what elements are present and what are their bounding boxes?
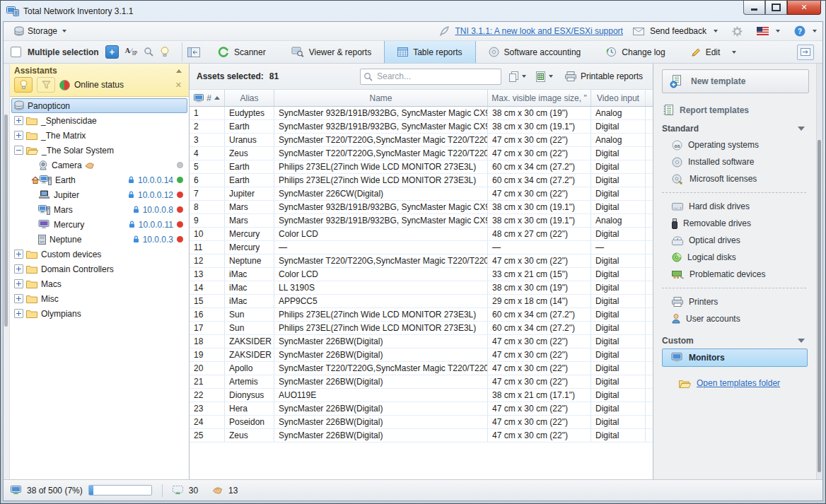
search-input[interactable] (376, 71, 498, 82)
tree-item-olympians[interactable]: Olympians (10, 306, 189, 321)
news-link[interactable]: TNI 3.1.1: A new look and ESX/ESXi suppo… (455, 26, 622, 36)
tree-scrollbar-thumb[interactable] (4, 115, 8, 327)
table-row[interactable]: 17SunPhilips 273EL(27inch Wide LCD MONIT… (190, 322, 653, 335)
table-row[interactable]: 21ArtemisSyncMaster 226BW(Digital)47 cm … (190, 375, 653, 389)
excel-export-button[interactable] (534, 70, 555, 83)
minimize-button[interactable] (743, 1, 765, 15)
tab-scanner[interactable]: Scanner (205, 41, 279, 63)
tree-item-neptune[interactable]: Neptune10.0.0.3 (10, 232, 189, 247)
section-standard[interactable]: Standard (662, 124, 809, 134)
search-tool-icon[interactable] (144, 47, 154, 57)
gear-icon[interactable] (732, 26, 743, 37)
table-row[interactable]: 18ZAKSIDERSyncMaster 226BW(Digital)47 cm… (190, 335, 653, 348)
column-header-max-size[interactable]: Max. visible image size, " (488, 90, 591, 106)
tree-item-domain-controllers[interactable]: Domain Controllers (10, 262, 189, 276)
expand-plus-icon[interactable] (14, 250, 23, 259)
section-custom[interactable]: Custom (662, 336, 809, 346)
language-flag-icon[interactable] (757, 27, 769, 35)
expand-panel-button[interactable] (797, 45, 814, 60)
table-row[interactable]: 22DionysusAUO119E38 cm x 21 cm (17.1")Di… (190, 389, 653, 402)
chevron-down-icon[interactable] (732, 51, 736, 54)
tab-viewer-reports[interactable]: Viewer & reports (279, 41, 384, 63)
template-item-printers[interactable]: Printers (662, 293, 809, 310)
help-icon[interactable]: ? (794, 25, 805, 37)
table-row[interactable]: 10MercuryColor LCD48 cm x 27 cm (22")Dig… (190, 228, 653, 241)
table-row[interactable]: 1EudyptesSyncMaster 932B/191B/932BG, Syn… (190, 107, 653, 120)
expand-plus-icon[interactable] (14, 264, 23, 274)
tree-item-mars[interactable]: Mars10.0.0.8 (10, 202, 189, 217)
tree-item-misc[interactable]: Misc (10, 291, 189, 306)
close-button[interactable]: ✕ (787, 1, 821, 15)
table-row[interactable]: 25ZeusSyncMaster 226BW(Digital)47 cm x 3… (190, 429, 653, 443)
table-row[interactable]: 19ZAKSIDERSyncMaster 226BW(Digital)47 cm… (190, 348, 653, 362)
template-item-operating-systems[interactable]: osOperating systems (662, 136, 809, 153)
column-header-name[interactable]: Name (274, 90, 488, 106)
table-row[interactable]: 6EarthPhilips 273EL(27inch Wide LCD MONI… (190, 174, 653, 187)
tree-item--the-matrix[interactable]: _The Matrix (10, 128, 189, 143)
template-item-hard-disk-drives[interactable]: Hard disk drives (662, 198, 809, 215)
table-row[interactable]: 9MarsSyncMaster 932B/191B/932BG, SyncMas… (190, 214, 653, 228)
table-row[interactable]: 24PoseidonSyncMaster 226BW(Digital)47 cm… (190, 416, 653, 429)
template-item-logical-disks[interactable]: Logical disks (662, 249, 809, 266)
template-item-optical-drives[interactable]: Optical drives (662, 232, 809, 249)
column-header-number[interactable]: # (190, 90, 225, 106)
printable-reports-button[interactable]: Printable reports (565, 71, 646, 81)
copy-export-button[interactable] (507, 70, 528, 83)
table-row[interactable]: 3UranusSyncMaster T220/T220G,SyncMaster … (190, 134, 653, 147)
table-row[interactable]: 2EarthSyncMaster 932B/191B/932BG, SyncMa… (190, 120, 653, 134)
template-item-user-accounts[interactable]: User accounts (662, 310, 809, 327)
table-row[interactable]: 15iMacAPP9CC529 cm x 18 cm (14")Digital (190, 295, 653, 308)
template-item-microsoft-licenses[interactable]: Microsoft licenses (662, 170, 809, 187)
chevron-down-icon[interactable] (522, 75, 526, 78)
tab-software-accounting[interactable]: Software accounting (476, 41, 594, 63)
table-row[interactable]: 12NeptuneSyncMaster T220/T220G,SyncMaste… (190, 254, 653, 268)
chevron-down-icon[interactable] (813, 30, 817, 33)
table-row[interactable]: 7JupiterSyncMaster 226CW(Digital)47 cm x… (190, 187, 653, 201)
expand-plus-icon[interactable] (14, 116, 23, 125)
sort-az-ip-button[interactable]: A/IP (125, 48, 137, 57)
open-templates-folder[interactable]: Open templates folder (679, 378, 809, 388)
filter-assistant-button[interactable] (37, 77, 55, 93)
chevron-down-icon[interactable] (714, 30, 718, 33)
tree-item-earth[interactable]: Earth10.0.0.14 (10, 172, 189, 187)
column-header-video-input[interactable]: Video input (591, 90, 646, 106)
tree-item--spheniscidae[interactable]: _Spheniscidae (10, 113, 189, 128)
template-item-monitors[interactable]: Monitors (662, 348, 808, 367)
expand-plus-icon[interactable] (14, 294, 23, 303)
table-row[interactable]: 5EarthPhilips 273EL(27inch Wide LCD MONI… (190, 160, 653, 174)
new-template-button[interactable]: New template (662, 69, 809, 93)
add-button[interactable]: + (105, 45, 119, 59)
table-row[interactable]: 23HeraSyncMaster 226BW(Digital)47 cm x 3… (190, 402, 653, 416)
send-feedback-label[interactable]: Send feedback (650, 26, 706, 36)
lightbulb-icon[interactable] (161, 47, 169, 57)
multiple-selection-checkbox[interactable] (11, 47, 21, 57)
open-templates-folder-link[interactable]: Open templates folder (697, 378, 780, 388)
tree-item-mercury[interactable]: Mercury10.0.0.11 (10, 217, 189, 232)
chevron-down-icon[interactable] (549, 75, 553, 78)
column-header-alias[interactable]: Alias (225, 90, 274, 106)
table-row[interactable]: 13iMacColor LCD33 cm x 21 cm (15")Digita… (190, 268, 653, 281)
collapse-assistants-icon[interactable] (176, 69, 182, 73)
tree-item--the-solar-system[interactable]: _The Solar System (10, 143, 189, 158)
table-row[interactable]: 8MarsSyncMaster 932B/191B/932BG, SyncMas… (190, 201, 653, 214)
expand-plus-icon[interactable] (14, 279, 23, 288)
expand-plus-icon[interactable] (14, 131, 23, 140)
tree-root-panopticon[interactable]: Panopticon (10, 98, 189, 113)
expand-minus-icon[interactable] (14, 146, 23, 155)
table-row[interactable]: 11Mercury——— (190, 241, 653, 254)
tree-item-custom-devices[interactable]: Custom devices (10, 247, 189, 262)
tab-change-log[interactable]: Change log (593, 41, 677, 63)
template-item-problematic-devices[interactable]: Problematic devices (662, 266, 809, 283)
expand-plus-icon[interactable] (14, 309, 23, 318)
maximize-button[interactable] (765, 1, 787, 15)
chevron-down-icon[interactable] (776, 30, 780, 33)
table-row[interactable]: 16SunPhilips 273EL(27inch Wide LCD MONIT… (190, 308, 653, 322)
tab-edit[interactable]: Edit (678, 41, 750, 63)
template-item-installed-software[interactable]: Installed software (662, 153, 809, 170)
tree-item-camera[interactable]: Camera (10, 158, 189, 172)
tab-table-reports[interactable]: Table reports (384, 41, 475, 63)
tree-item-macs[interactable]: Macs (10, 276, 189, 291)
tree-scrollbar[interactable] (4, 64, 10, 479)
lightbulb-assistant-button[interactable] (14, 77, 33, 93)
storage-menu[interactable]: Storage (9, 24, 71, 39)
